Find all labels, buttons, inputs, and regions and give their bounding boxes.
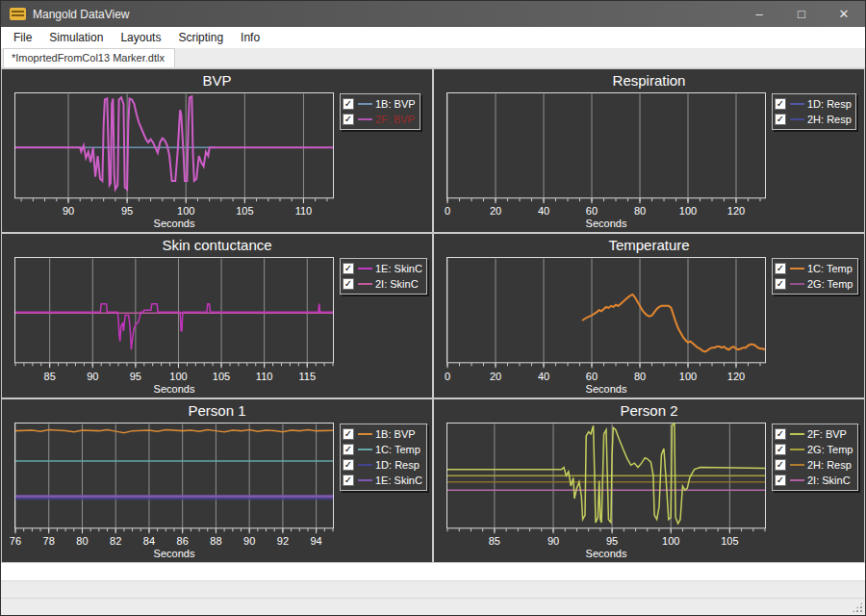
x-tick-label: 85 — [44, 371, 56, 382]
minimize-button[interactable]: – — [738, 1, 780, 27]
x-axis-label: Seconds — [446, 548, 766, 561]
legend-label[interactable]: 1C: Temp — [807, 263, 853, 274]
legend-checkbox[interactable]: ✓ — [343, 444, 354, 455]
legend-checkbox[interactable]: ✓ — [775, 98, 786, 110]
legend-label[interactable]: 2H: Resp — [807, 459, 852, 471]
chart-title: Person 2 — [442, 402, 856, 423]
x-tick-label: 120 — [727, 205, 745, 217]
x-tick-label: 0 — [445, 371, 450, 382]
chart-panel-skin-conductance: Skin contuctance 859095100105110115 Seco… — [1, 233, 433, 398]
x-tick-label: 80 — [634, 205, 646, 217]
x-tick-label: 76 — [10, 535, 21, 547]
tab-bar: *ImoprtedFromCol13 Marker.dtlx — [1, 48, 865, 68]
legend-checkbox[interactable]: ✓ — [775, 444, 786, 455]
plot-temperature[interactable] — [446, 257, 766, 370]
plot-person2[interactable] — [446, 423, 766, 535]
legend-label[interactable]: 1D: Resp — [375, 459, 420, 471]
x-tick-label: 85 — [489, 535, 500, 547]
bottom-panel — [1, 563, 865, 580]
legend-swatch-icon — [358, 283, 372, 285]
legend-swatch-icon — [358, 433, 372, 435]
x-tick-label: 84 — [143, 535, 155, 547]
x-tick-label: 20 — [490, 371, 501, 382]
resize-grip-icon[interactable] — [852, 602, 863, 613]
legend-label[interactable]: 1E: SkinC — [375, 475, 422, 486]
legend-checkbox[interactable]: ✓ — [343, 263, 354, 274]
chart-panel-person2: Person 2 859095100105 Seconds ✓2F: BVP✓2… — [433, 398, 865, 563]
legend-swatch-icon — [790, 268, 804, 270]
legend-label[interactable]: 2I: SkinC — [375, 278, 419, 290]
legend-item: ✓1E: SkinC — [343, 473, 422, 488]
legend-label[interactable]: 1E: SkinC — [375, 263, 422, 274]
legend-label[interactable]: 1B: BVP — [375, 428, 416, 440]
x-tick-label: 20 — [490, 205, 501, 217]
x-tick-label: 110 — [295, 205, 313, 217]
x-tick-label: 90 — [548, 535, 559, 547]
x-tick-label: 120 — [727, 371, 745, 382]
legend-item: ✓2F: BVP — [343, 112, 416, 127]
legend-item: ✓2H: Resp — [775, 457, 853, 473]
x-axis-label: Seconds — [446, 218, 766, 231]
legend-checkbox[interactable]: ✓ — [343, 475, 354, 486]
menu-item-layouts[interactable]: Layouts — [112, 28, 169, 47]
legend-swatch-icon — [790, 479, 804, 481]
window-title: Mangold DataView — [33, 8, 130, 21]
series-line — [15, 96, 333, 189]
x-tick-label: 95 — [130, 371, 141, 382]
chart-title: Temperature — [442, 237, 856, 257]
x-tick-label: 0 — [445, 205, 450, 217]
legend-item: ✓2I: SkinC — [775, 473, 853, 488]
legend-label[interactable]: 2G: Temp — [807, 444, 853, 455]
plot-bvp[interactable] — [14, 92, 334, 205]
legend-checkbox[interactable]: ✓ — [343, 428, 354, 440]
status-bar — [1, 598, 865, 615]
legend-label[interactable]: 2F: BVP — [375, 114, 415, 125]
close-button[interactable]: ✕ — [823, 1, 865, 27]
legend-item: ✓2I: SkinC — [343, 276, 422, 292]
legend-checkbox[interactable]: ✓ — [775, 475, 786, 486]
legend-checkbox[interactable]: ✓ — [775, 114, 786, 125]
plot-skin-conductance[interactable] — [14, 257, 334, 370]
legend-checkbox[interactable]: ✓ — [343, 459, 354, 471]
menu-item-scripting[interactable]: Scripting — [169, 28, 232, 47]
document-tab[interactable]: *ImoprtedFromCol13 Marker.dtlx — [3, 48, 175, 67]
x-axis-label: Seconds — [446, 383, 766, 397]
legend-label[interactable]: 2H: Resp — [807, 114, 852, 125]
legend-checkbox[interactable]: ✓ — [343, 278, 354, 290]
legend-checkbox[interactable]: ✓ — [775, 278, 786, 290]
x-axis-label: Seconds — [14, 383, 334, 397]
legend-checkbox[interactable]: ✓ — [775, 263, 786, 274]
legend-box: ✓1B: BVP✓1C: Temp✓1D: Resp✓1E: SkinC — [340, 424, 427, 491]
x-axis-ticks: 859095100105 — [446, 535, 766, 548]
legend-item: ✓2G: Temp — [775, 276, 853, 292]
plot-respiration[interactable] — [446, 92, 766, 205]
legend-label[interactable]: 2F: BVP — [807, 428, 847, 440]
legend-checkbox[interactable]: ✓ — [343, 98, 354, 110]
menu-item-info[interactable]: Info — [232, 28, 268, 47]
x-axis-ticks: 76788082848688909294 — [14, 535, 334, 548]
legend-checkbox[interactable]: ✓ — [775, 459, 786, 471]
menu-item-file[interactable]: File — [5, 28, 40, 47]
maximize-button[interactable]: □ — [780, 1, 823, 27]
legend-swatch-icon — [358, 103, 372, 105]
x-tick-label: 115 — [298, 371, 316, 382]
x-tick-label: 60 — [586, 371, 598, 382]
x-axis-label: Seconds — [14, 218, 334, 231]
legend-item: ✓1D: Resp — [775, 96, 852, 112]
legend-label[interactable]: 2I: SkinC — [807, 475, 851, 486]
legend-checkbox[interactable]: ✓ — [343, 114, 354, 125]
legend-label[interactable]: 1C: Temp — [375, 444, 420, 455]
x-tick-label: 80 — [634, 371, 646, 382]
x-tick-label: 90 — [63, 205, 74, 217]
x-tick-label: 94 — [311, 535, 322, 547]
x-tick-label: 95 — [121, 205, 133, 217]
legend-label[interactable]: 2G: Temp — [807, 278, 853, 290]
x-tick-label: 100 — [662, 535, 679, 547]
x-tick-label: 40 — [538, 205, 549, 217]
legend-checkbox[interactable]: ✓ — [775, 428, 786, 440]
menu-item-simulation[interactable]: Simulation — [40, 28, 112, 47]
x-tick-label: 92 — [277, 535, 289, 547]
plot-person1[interactable] — [14, 423, 334, 535]
legend-label[interactable]: 1B: BVP — [375, 98, 416, 110]
legend-label[interactable]: 1D: Resp — [807, 98, 852, 110]
